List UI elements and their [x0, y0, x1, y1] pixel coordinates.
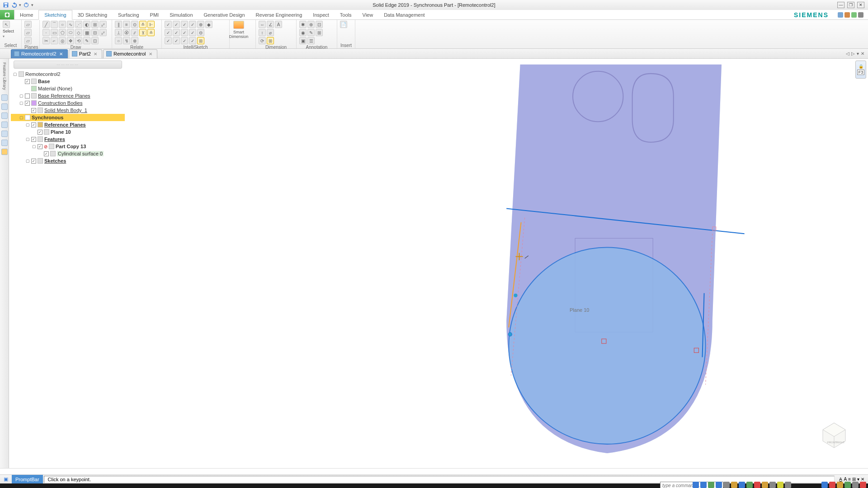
tab-surfacing[interactable]: Surfacing: [113, 10, 144, 19]
tree-features[interactable]: ▢✓Features: [11, 136, 125, 143]
offset-icon[interactable]: ◎: [59, 37, 66, 44]
is3-icon[interactable]: ✓: [165, 37, 172, 44]
tray-icon[interactable]: [837, 482, 843, 488]
is7-icon[interactable]: ✓: [181, 21, 188, 28]
rel11-icon[interactable]: ⊻: [139, 29, 146, 36]
is13-icon[interactable]: ⊕: [197, 21, 204, 28]
side-tool5-icon[interactable]: [1, 131, 8, 137]
status-tool3-icon[interactable]: ≡: [848, 477, 851, 482]
plane-icon[interactable]: ▱: [24, 21, 32, 28]
close-button[interactable]: ✕: [857, 2, 864, 8]
rel4-icon[interactable]: ≡: [123, 21, 130, 28]
rel1-icon[interactable]: ∥: [115, 21, 122, 28]
tree-base[interactable]: ✓Base: [11, 78, 125, 85]
draw7-icon[interactable]: ⟲: [75, 37, 82, 44]
qat-dropdown-icon[interactable]: ▾: [19, 3, 21, 7]
xy-icon[interactable]: ᵪʸ: [99, 21, 107, 28]
task-icon[interactable]: [785, 482, 791, 488]
dim2-icon[interactable]: ↕: [259, 29, 266, 36]
task-icon[interactable]: [723, 482, 730, 488]
task-icon[interactable]: [693, 482, 699, 488]
xy2-icon[interactable]: ᵪʸ: [99, 29, 107, 36]
ann3-icon[interactable]: ▣: [299, 37, 307, 44]
is6-icon[interactable]: ✓: [173, 37, 180, 44]
side-tool7-icon[interactable]: [1, 149, 8, 155]
task-icon[interactable]: [777, 482, 783, 488]
ann4-icon[interactable]: ⊕: [307, 21, 315, 28]
qat-more-icon[interactable]: ▾: [31, 3, 33, 7]
tree-reference-planes[interactable]: ▢✓Reference Planes: [11, 121, 125, 128]
tab-home[interactable]: Home: [14, 10, 38, 19]
task-icon[interactable]: [739, 482, 745, 488]
tray-icon[interactable]: [860, 482, 866, 488]
is10-icon[interactable]: ✓: [189, 21, 196, 28]
task-icon[interactable]: [754, 482, 760, 488]
doc-nav-prev-icon[interactable]: ◁: [846, 51, 849, 56]
draw10-icon[interactable]: ✎: [83, 37, 90, 44]
doc-tab-remotecontrol[interactable]: Remotecontrol ✕: [103, 49, 157, 58]
trim-icon[interactable]: ✂: [42, 37, 50, 44]
draw6-icon[interactable]: ◇: [75, 29, 82, 36]
circle-icon[interactable]: ○: [59, 21, 66, 28]
undo-icon[interactable]: [11, 2, 17, 8]
rect-icon[interactable]: ▭: [51, 29, 58, 36]
view-cube[interactable]: FRONT RIGHT: [818, 418, 850, 450]
application-button[interactable]: [0, 10, 14, 19]
ann7-icon[interactable]: ⊡: [316, 21, 323, 28]
rel10-icon[interactable]: ≛: [139, 21, 146, 28]
is12-icon[interactable]: ✓: [189, 37, 196, 44]
ann5-icon[interactable]: ✎: [307, 29, 315, 36]
doc-nav-next-icon[interactable]: ▷: [851, 51, 855, 56]
smart-dimension-button[interactable]: SmartDimension: [232, 21, 245, 39]
ann8-icon[interactable]: ⊞: [316, 29, 323, 36]
curve-icon[interactable]: ∿: [67, 21, 74, 28]
is9-icon[interactable]: ✓: [181, 37, 188, 44]
draw13-icon[interactable]: ⊡: [91, 37, 99, 44]
tab-view[interactable]: View: [357, 10, 379, 19]
close-tab-icon[interactable]: ✕: [148, 52, 153, 56]
tray-icon[interactable]: [844, 482, 851, 488]
rel3-icon[interactable]: ○: [115, 37, 122, 44]
tab-sketching[interactable]: Sketching: [38, 10, 72, 20]
rel13-icon[interactable]: ≗: [147, 29, 155, 36]
minimize-button[interactable]: —: [837, 2, 844, 8]
tree-part-copy[interactable]: ▢✓⊘Part Copy 13: [11, 143, 125, 150]
rel12-icon[interactable]: ⊩: [147, 21, 155, 28]
rel9-icon[interactable]: ⊗: [131, 37, 138, 44]
tab-tools[interactable]: Tools: [335, 10, 357, 19]
plane3-icon[interactable]: ▱: [24, 37, 32, 44]
is11-icon[interactable]: ✓: [189, 29, 196, 36]
side-tool3-icon[interactable]: [1, 113, 8, 119]
rel5-icon[interactable]: ⦿: [123, 29, 130, 36]
restore-button[interactable]: ❐: [847, 2, 854, 8]
dim3-icon[interactable]: ⟳: [259, 37, 266, 44]
rel2-icon[interactable]: ⊥: [115, 29, 122, 36]
tree-synchronous[interactable]: ▢Synchronous: [11, 114, 125, 121]
doc-tab-part2[interactable]: Part2 ✕: [69, 49, 102, 58]
status-close-icon[interactable]: ✕: [861, 477, 864, 482]
task-icon[interactable]: [700, 482, 707, 488]
tree-base-ref-planes[interactable]: ▢Base Reference Planes: [11, 92, 125, 99]
tab-data-management[interactable]: Data Management: [378, 10, 430, 19]
task-icon[interactable]: [731, 482, 737, 488]
ann1-icon[interactable]: ✱: [299, 21, 307, 28]
rel8-icon[interactable]: ⫽: [131, 29, 138, 36]
dim1-icon[interactable]: ↔: [259, 21, 266, 28]
is5-icon[interactable]: ✓: [173, 29, 180, 36]
move-icon[interactable]: ✥: [67, 37, 74, 44]
tree-solid-mesh[interactable]: ✓Solid Mesh Body_1: [11, 107, 125, 114]
dim6-icon[interactable]: ⊞: [267, 37, 274, 44]
doc-nav-close-icon[interactable]: ✕: [861, 51, 864, 56]
tab-generative-design[interactable]: Generative Design: [198, 10, 250, 19]
select-tool-icon[interactable]: ↖: [3, 21, 10, 28]
dim4-icon[interactable]: ∠: [267, 21, 274, 28]
tab-inspect[interactable]: Inspect: [307, 10, 334, 19]
task-icon[interactable]: [716, 482, 722, 488]
draw8-icon[interactable]: ◐: [83, 21, 90, 28]
feature-library-tab[interactable]: Feature Library: [2, 61, 7, 92]
dim7-icon[interactable]: A: [275, 21, 282, 28]
side-tool4-icon[interactable]: [1, 122, 8, 128]
side-tool1-icon[interactable]: [1, 94, 8, 101]
close-tab-icon[interactable]: ✕: [58, 52, 64, 56]
poly-icon[interactable]: ⬠: [59, 29, 66, 36]
